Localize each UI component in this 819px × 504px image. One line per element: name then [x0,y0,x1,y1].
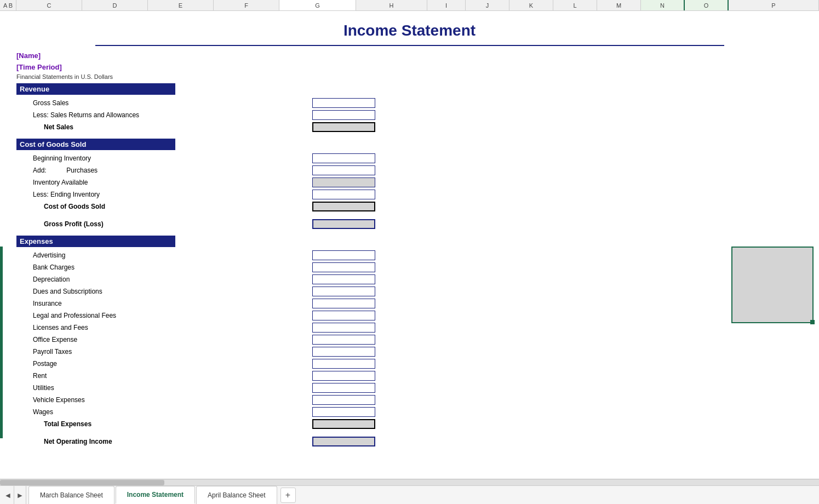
column-header-row: A B C D E F G H I J K L M N O P [0,0,819,11]
beginning-inventory-input[interactable] [312,153,375,163]
vehicle-expenses-row: Vehicle Expenses [16,394,803,406]
scrollbar-thumb[interactable] [0,480,164,485]
tab-april-balance-sheet[interactable]: April Balance Sheet [196,486,277,504]
net-sales-row: Net Sales [16,121,803,133]
postage-label: Postage [16,360,312,368]
beginning-inventory-label: Beginning Inventory [16,154,312,162]
sales-returns-input[interactable] [312,110,375,120]
cogs-header: Cost of Goods Sold [16,139,175,150]
postage-input[interactable] [312,359,375,369]
advertising-row: Advertising [16,249,803,261]
tab-march-balance-sheet[interactable]: March Balance Sheet [28,486,114,504]
gross-profit-result[interactable] [312,219,375,229]
tab-prev-button[interactable]: ◄ [2,486,14,504]
tab-bar: ◄ ► March Balance Sheet Income Statement… [0,485,819,504]
spacer-2 [16,213,803,218]
tab-income-statement[interactable]: Income Statement [116,486,195,504]
net-sales-result[interactable] [312,122,375,132]
col-k: K [509,0,553,10]
dues-subscriptions-label: Dues and Subscriptions [16,288,312,295]
financial-note: Financial Statements in U.S. Dollars [16,73,803,80]
advertising-input[interactable] [312,250,375,260]
gross-sales-label: Gross Sales [16,99,312,107]
licenses-fees-input[interactable] [312,323,375,333]
purchases-row: Add: Purchases [16,164,803,176]
gross-profit-row: Gross Profit (Loss) [16,218,803,230]
gross-sales-row: Gross Sales [16,97,803,109]
inventory-available-row: Inventory Available [16,176,803,188]
licenses-fees-row: Licenses and Fees [16,322,803,334]
inventory-available-input[interactable] [312,177,375,187]
tab-next-button[interactable]: ► [14,486,26,504]
vehicle-expenses-label: Vehicle Expenses [16,396,312,404]
total-expenses-label: Total Expenses [16,420,312,428]
col-h: H [356,0,427,10]
office-expense-input[interactable] [312,335,375,345]
col-d: D [82,0,148,10]
col-e: E [148,0,214,10]
time-period-field[interactable]: [Time Period] [16,62,803,73]
bank-charges-label: Bank Charges [16,264,312,271]
payroll-taxes-row: Payroll Taxes [16,346,803,358]
col-o: O [685,0,729,10]
spacer-1 [16,133,803,139]
beginning-inventory-row: Beginning Inventory [16,152,803,164]
purchases-label: Add: Purchases [16,167,312,174]
office-expense-label: Office Expense [16,336,312,343]
insurance-row: Insurance [16,297,803,310]
col-ab: A B [0,0,16,10]
net-operating-row: Net Operating Income [16,436,803,448]
spacer-4 [16,430,803,436]
bank-charges-input[interactable] [312,262,375,272]
expenses-header: Expenses [16,236,175,247]
vehicle-expenses-input[interactable] [312,395,375,405]
advertising-label: Advertising [16,251,312,259]
horizontal-scrollbar[interactable] [0,479,819,485]
gross-profit-label: Gross Profit (Loss) [16,220,312,228]
total-expenses-result[interactable] [312,419,375,429]
total-expenses-row: Total Expenses [16,418,803,430]
insurance-input[interactable] [312,299,375,308]
sales-returns-label: Less: Sales Returns and Allowances [16,111,312,119]
col-g: G [279,0,356,10]
col-i: I [427,0,466,10]
rent-row: Rent [16,370,803,382]
net-operating-result[interactable] [312,437,375,446]
ending-inventory-row: Less: Ending Inventory [16,188,803,201]
net-operating-label: Net Operating Income [16,438,312,445]
payroll-taxes-input[interactable] [312,347,375,357]
cogs-result[interactable] [312,202,375,211]
ending-inventory-input[interactable] [312,190,375,199]
utilities-label: Utilities [16,384,312,392]
purchases-input[interactable] [312,165,375,175]
postage-row: Postage [16,358,803,370]
ending-inventory-label: Less: Ending Inventory [16,191,312,198]
net-sales-label: Net Sales [16,123,312,131]
legal-fees-input[interactable] [312,311,375,320]
insurance-label: Insurance [16,300,312,307]
inventory-available-label: Inventory Available [16,179,312,186]
gross-sales-input[interactable] [312,98,375,108]
sheet-content: Income Statement [Name] [Time Period] Fi… [0,11,819,453]
legal-fees-label: Legal and Professional Fees [16,312,312,319]
spacer-3 [16,230,803,236]
selected-cell-area[interactable] [731,247,814,323]
col-l: L [553,0,597,10]
payroll-taxes-label: Payroll Taxes [16,348,312,356]
name-field[interactable]: [Name] [16,50,803,62]
col-p: P [729,0,819,10]
wages-input[interactable] [312,407,375,417]
add-sheet-button[interactable]: + [280,488,296,503]
rent-input[interactable] [312,371,375,381]
office-expense-row: Office Expense [16,334,803,346]
bank-charges-row: Bank Charges [16,261,803,273]
dues-subscriptions-row: Dues and Subscriptions [16,285,803,297]
rent-label: Rent [16,372,312,380]
cell-resize-handle[interactable] [810,320,815,324]
col-n: N [641,0,685,10]
utilities-input[interactable] [312,383,375,393]
dues-subscriptions-input[interactable] [312,287,375,296]
cogs-result-label: Cost of Goods Sold [16,203,312,210]
revenue-header: Revenue [16,83,175,95]
depreciation-input[interactable] [312,274,375,284]
